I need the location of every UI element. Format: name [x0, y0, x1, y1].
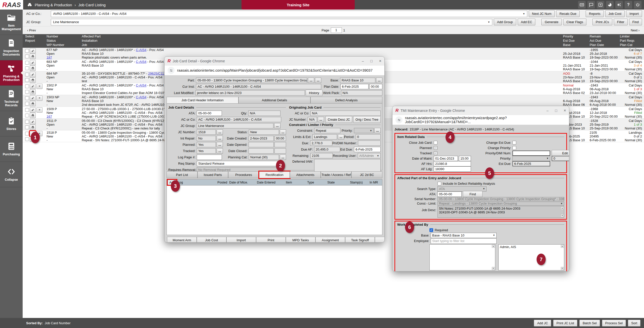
edit-pencil-icon[interactable]	[30, 96, 36, 101]
affected-part-link[interactable]: C-AIS4	[136, 95, 146, 99]
subtab-part-list[interactable]: Part List	[167, 171, 197, 178]
report-checkbox[interactable]	[25, 78, 29, 82]
moment-arm-button[interactable]: Moment Arm	[167, 237, 197, 243]
employee-filter-input[interactable]	[431, 238, 497, 244]
wp-number[interactable]: 167	[47, 115, 82, 118]
change-est-due-checkbox[interactable]	[512, 141, 516, 145]
edit-pencil-icon[interactable]	[30, 84, 36, 89]
select-checkbox[interactable]	[25, 73, 29, 76]
select-checkbox[interactable]	[25, 61, 29, 65]
report-checkbox[interactable]	[25, 102, 29, 106]
scroll-down-icon[interactable]: ▼	[561, 214, 564, 217]
part-lookup-button[interactable]: ...	[308, 78, 314, 83]
col-limiter[interactable]: LimiterPart ReqsPlan Cat	[619, 34, 644, 48]
print-icon[interactable]	[30, 54, 36, 59]
plan-date-input[interactable]: 6-Feb-2025	[340, 84, 369, 89]
close-icon[interactable]: ×	[564, 108, 566, 113]
sidebar-item-collapse[interactable]: Collapse	[0, 162, 23, 187]
date-of-maint-time-input[interactable]: 15:00	[459, 156, 471, 161]
affected-part-link[interactable]: C-AIS4	[136, 48, 146, 52]
tab-job-card-header-information[interactable]: Job Card Header Information	[167, 97, 238, 104]
sidebar-item-inspection-documents[interactable]: Inspection Documents	[0, 35, 23, 60]
tab-defect-analysis[interactable]: Defect Analysis	[310, 97, 382, 104]
part-lookup2-button[interactable]: ...	[315, 78, 321, 83]
delete-x-icon[interactable]: ×	[36, 84, 43, 89]
add-group-button[interactable]: Add Group	[494, 19, 516, 25]
job-cost-button[interactable]: Job Cost	[197, 237, 226, 243]
settings-gears-icon[interactable]	[615, 1, 623, 9]
plan-time-input[interactable]: 00:00	[369, 84, 382, 89]
minimize-icon[interactable]: –	[362, 59, 364, 63]
power-icon[interactable]	[634, 1, 641, 9]
jc-group-select[interactable]: Line Maintenance▼	[51, 19, 492, 25]
add-ec-button[interactable]: Add EC	[518, 19, 536, 25]
af-hrs-input[interactable]: 21080.8	[434, 161, 471, 166]
id-card-icon[interactable]	[578, 1, 586, 9]
rectification-table-body[interactable]	[167, 185, 382, 235]
sidebar-item-planning-production[interactable]: Planning & Production	[0, 60, 23, 86]
batch-sel-button[interactable]: Batch Sel	[579, 320, 600, 326]
window-title-bar[interactable]: R Job Card Detail - Google Chrome – □ ×	[165, 57, 384, 66]
subtab-attachments[interactable]: Attachments	[290, 171, 321, 178]
const-limit-select[interactable]: Repeat - Landings - 13800 Cycle Inspecti…	[437, 202, 564, 206]
sidebar-item-technical-records[interactable]: Technical Records	[0, 86, 23, 111]
print-jc-list-button[interactable]: Print JC List	[553, 320, 577, 326]
af-ldg-input[interactable]: 18390	[434, 166, 471, 172]
filter-button[interactable]: Filter	[614, 19, 628, 25]
priority-select[interactable]: ▼	[354, 128, 374, 133]
print-icon[interactable]	[30, 66, 36, 71]
selected-employee-item[interactable]: Admin, AIS	[500, 245, 560, 249]
affected-part-link[interactable]: C-AIS4	[136, 83, 146, 87]
help-icon[interactable]: ?	[625, 1, 632, 9]
history-button[interactable]: History	[306, 90, 322, 96]
planning-cat-lookup-button[interactable]: ...	[280, 155, 286, 160]
subtab-issued-parts[interactable]: Issued Parts	[197, 171, 228, 178]
task-signoff-button[interactable]: Task Signoff	[345, 237, 375, 243]
affected-part-link[interactable]: C-AIS4	[136, 60, 146, 64]
clear-flags-button[interactable]: Clear Flags	[563, 19, 586, 25]
print-icon[interactable]	[30, 101, 36, 106]
limits-lookup-button[interactable]: ...	[338, 134, 344, 139]
reports-button[interactable]: Reports	[586, 10, 604, 17]
site-permissions-icon[interactable]	[168, 67, 175, 74]
col-remain[interactable]: RemainAct DuePlan Date	[588, 34, 619, 48]
orig-jc-lookup-button[interactable]: ...	[318, 117, 324, 122]
employee-selected-listbox[interactable]: Admin, AIS ▲ ▼	[498, 244, 564, 270]
subtab-rectification[interactable]: Rectification	[259, 171, 290, 178]
priority-dmi-input[interactable]	[512, 151, 550, 156]
tab-additional-details[interactable]: Additional Details	[238, 97, 310, 104]
priority-select[interactable]: ▼	[512, 156, 550, 161]
sort-button[interactable]: Sort	[628, 320, 640, 326]
ata-input[interactable]: 05-00-00	[197, 111, 222, 116]
print-icon[interactable]	[30, 113, 36, 118]
int-repair-lookup-button[interactable]: ...	[217, 136, 223, 141]
select-checkbox[interactable]	[25, 132, 29, 135]
employee-available-listbox[interactable]: ▲ ▼	[429, 244, 495, 270]
scroll-up-icon[interactable]: ▲	[492, 245, 495, 248]
edit-pencil-icon[interactable]	[30, 60, 36, 65]
select-checkbox[interactable]	[25, 96, 29, 100]
site-permissions-icon[interactable]	[395, 116, 403, 123]
priority-lookup-button[interactable]: ...	[374, 128, 381, 133]
create-desc-jc-button[interactable]: Create Desc JC	[326, 116, 352, 123]
close-icon[interactable]: ×	[379, 59, 381, 63]
edit-pencil-icon[interactable]	[30, 48, 36, 54]
date-of-maint-input[interactable]: 01-Dec-2023	[434, 156, 458, 161]
sidebar-item-item-management[interactable]: Item Management	[0, 10, 23, 35]
tracked-lookup-button[interactable]: ...	[217, 148, 223, 154]
pie-chart-icon[interactable]	[606, 1, 614, 9]
report-checkbox[interactable]	[25, 125, 29, 129]
delete-x-icon[interactable]: ×	[36, 96, 43, 101]
delete-x-icon[interactable]: ×	[36, 107, 43, 113]
raas-logo[interactable]: RAAS	[0, 0, 23, 10]
search-type-select[interactable]: ATA▼	[437, 186, 487, 192]
url-bar[interactable]: raasais.aviationintertec.com/app/MainPla…	[165, 66, 384, 75]
change-priority-checkbox[interactable]	[512, 146, 516, 150]
req-stamp-select[interactable]: Standard Release▼	[197, 161, 281, 166]
maximize-icon[interactable]: □	[370, 59, 372, 63]
jc-number-lookup-button[interactable]: ...	[217, 129, 223, 135]
print-jcs-button[interactable]: Print JCs	[592, 19, 612, 25]
base-lookup-button[interactable]: ...	[376, 78, 382, 83]
minimize-icon[interactable]: –	[546, 109, 548, 113]
subtab-trade-access-ref[interactable]: Trade / Access / Ref	[321, 171, 352, 178]
